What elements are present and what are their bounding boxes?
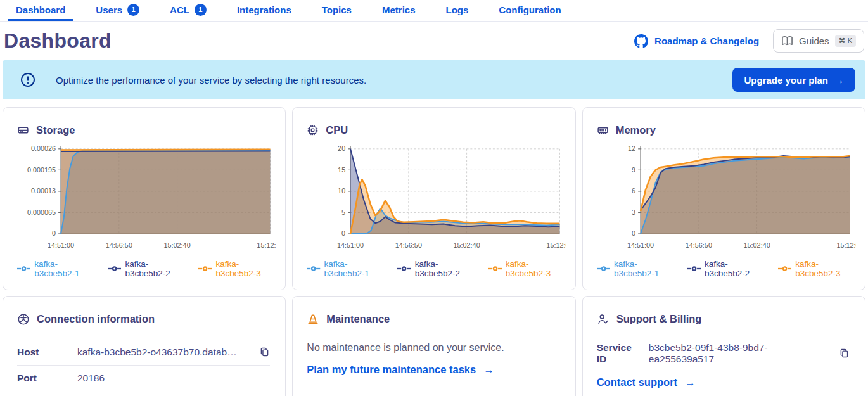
tab-metrics[interactable]: Metrics [374, 0, 423, 21]
host-value: kafka-b3cbe5b2-o43637b70.datab… [77, 347, 253, 358]
upgrade-plan-button[interactable]: Upgrade your plan → [732, 68, 855, 92]
svg-text:15:02:40: 15:02:40 [743, 241, 770, 249]
page-title: Dashboard [4, 29, 112, 53]
tab-label: Dashboard [16, 4, 65, 15]
legend-item-node3[interactable]: kafka-b3cbe5b2-3 [198, 259, 276, 278]
banner-message: Optimize the performance of your service… [56, 75, 712, 86]
svg-text:15:02:40: 15:02:40 [164, 241, 191, 249]
svg-text:14:51:00: 14:51:00 [627, 241, 654, 249]
users-count-badge: 1 [127, 4, 139, 16]
svg-text:3: 3 [632, 208, 635, 216]
svg-text:0.000065: 0.000065 [27, 208, 56, 216]
svg-text:20: 20 [338, 144, 345, 152]
arrow-right-icon: → [685, 376, 696, 388]
plan-maintenance-link[interactable]: Plan my future maintenance tasks → [307, 364, 494, 376]
svg-text:15: 15 [338, 166, 345, 174]
service-id-label: Service ID [597, 342, 642, 365]
tab-acl[interactable]: ACL 1 [162, 0, 214, 21]
roadmap-changelog-link[interactable]: Roadmap & Changelog [634, 34, 759, 48]
memory-card-title: Memory [616, 124, 656, 136]
legend-item-node2[interactable]: kafka-b3cbe5b2-2 [687, 259, 765, 278]
svg-text:14:56:50: 14:56:50 [395, 241, 422, 249]
svg-text:9: 9 [632, 166, 635, 174]
legend-item-node1[interactable]: kafka-b3cbe5b2-1 [17, 259, 95, 278]
svg-text:14:56:50: 14:56:50 [106, 241, 132, 249]
port-row: Port 20186 [17, 365, 270, 391]
tab-logs[interactable]: Logs [438, 0, 476, 21]
memory-legend: kafka-b3cbe5b2-1 kafka-b3cbe5b2-2 kafka-… [597, 259, 856, 278]
contact-support-link[interactable]: Contact support → [597, 376, 696, 388]
series-marker-icon [597, 265, 610, 272]
service-id-value: b3cbe5b2-09f1-43b8-9bd7-ea255639a517 [649, 342, 826, 365]
tab-dashboard[interactable]: Dashboard [8, 0, 73, 21]
svg-text:14:51:00: 14:51:00 [337, 241, 364, 249]
tab-topics[interactable]: Topics [314, 0, 359, 21]
acl-count-badge: 1 [195, 4, 207, 16]
guides-button[interactable]: Guides ⌘ K [773, 29, 864, 53]
tab-label: Metrics [382, 4, 416, 15]
storage-legend: kafka-b3cbe5b2-1 kafka-b3cbe5b2-2 kafka-… [17, 259, 276, 278]
cpu-legend: kafka-b3cbe5b2-1 kafka-b3cbe5b2-2 kafka-… [307, 259, 566, 278]
legend-item-node2[interactable]: kafka-b3cbe5b2-2 [397, 259, 475, 278]
storage-card-title: Storage [36, 124, 75, 136]
legend-item-node3[interactable]: kafka-b3cbe5b2-3 [778, 259, 856, 278]
cpu-card-title: CPU [326, 124, 348, 136]
tab-label: Configuration [499, 4, 561, 15]
storage-card: Storage 00.0000650.000130.0001950.000261… [3, 107, 286, 290]
top-tab-bar: Dashboard Users 1 ACL 1 Integrations Top… [0, 0, 868, 22]
cpu-card: CPU 0510152014:51:0014:56:5015:02:4015:1… [292, 107, 575, 290]
support-person-icon [597, 313, 610, 326]
traffic-cone-icon [307, 313, 319, 326]
github-icon [634, 34, 648, 48]
series-marker-icon [108, 265, 121, 272]
tab-label: ACL [170, 4, 189, 15]
tab-users[interactable]: Users 1 [88, 0, 147, 21]
maintenance-title: Maintenance [326, 313, 390, 325]
arrow-right-icon: → [834, 75, 844, 86]
tab-configuration[interactable]: Configuration [491, 0, 568, 21]
support-billing-title: Support & Billing [616, 313, 702, 325]
legend-item-node1[interactable]: kafka-b3cbe5b2-1 [307, 259, 385, 278]
host-label: Host [17, 347, 77, 358]
series-marker-icon [198, 265, 212, 272]
series-marker-icon [307, 265, 320, 272]
maintenance-message: No maintenance is planned on your servic… [307, 342, 559, 354]
arrow-right-icon: → [483, 364, 494, 376]
svg-text:0.000195: 0.000195 [27, 166, 56, 174]
series-marker-icon [687, 265, 701, 272]
info-banner: Optimize the performance of your service… [3, 60, 865, 99]
svg-text:0: 0 [341, 229, 345, 237]
copy-icon [839, 348, 850, 359]
memory-ram-icon [597, 124, 609, 136]
page-header: Dashboard Roadmap & Changelog Guides ⌘ K [0, 22, 868, 59]
metrics-cards-row: Storage 00.0000650.000130.0001950.000261… [3, 107, 865, 290]
svg-text:15:12:00: 15:12:00 [257, 241, 276, 249]
copy-host-button[interactable] [259, 347, 270, 357]
svg-text:6: 6 [632, 187, 635, 195]
connection-info-card: Connection information Host kafka-b3cbe5… [3, 296, 286, 396]
info-icon [20, 72, 35, 87]
svg-text:0: 0 [52, 229, 56, 237]
series-marker-icon [397, 265, 411, 272]
series-marker-icon [17, 265, 30, 272]
svg-text:14:56:50: 14:56:50 [685, 241, 712, 249]
legend-item-node2[interactable]: kafka-b3cbe5b2-2 [108, 259, 186, 278]
maintenance-card: Maintenance No maintenance is planned on… [292, 296, 575, 396]
connection-info-title: Connection information [37, 313, 155, 325]
cpu-chip-icon [307, 124, 319, 136]
legend-item-node3[interactable]: kafka-b3cbe5b2-3 [488, 259, 566, 278]
copy-service-id-button[interactable] [839, 348, 850, 359]
tab-label: Users [96, 4, 122, 15]
service-id-row: Service ID b3cbe5b2-09f1-43b8-9bd7-ea255… [597, 342, 850, 365]
guides-shortcut-badge: ⌘ K [835, 35, 856, 47]
guides-label: Guides [799, 35, 829, 46]
svg-text:15:12:00: 15:12:00 [836, 241, 856, 249]
globe-icon [17, 313, 30, 326]
svg-text:12: 12 [628, 144, 635, 152]
tab-integrations[interactable]: Integrations [229, 0, 299, 21]
cpu-chart: 0510152014:51:0014:56:5015:02:4015:12:00 [307, 141, 566, 255]
series-marker-icon [778, 265, 791, 272]
svg-text:5: 5 [341, 208, 345, 216]
legend-item-node1[interactable]: kafka-b3cbe5b2-1 [597, 259, 675, 278]
tab-label: Integrations [237, 4, 291, 15]
